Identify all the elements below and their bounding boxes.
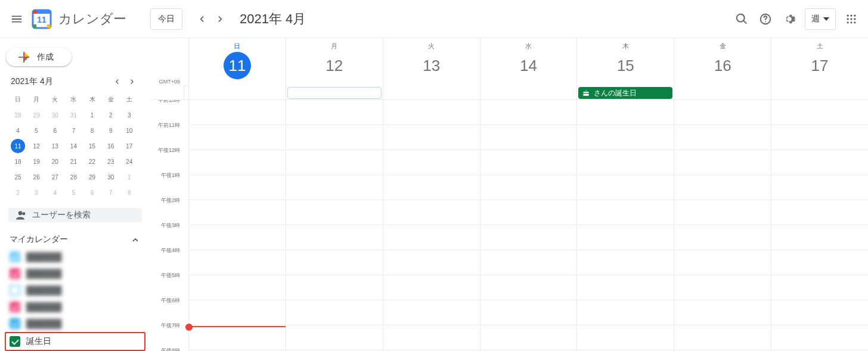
day-column[interactable] <box>674 100 771 351</box>
mini-day[interactable]: 22 <box>85 154 100 169</box>
allday-event[interactable]: さんの誕生日 <box>578 87 672 99</box>
allday-slot[interactable] <box>286 86 383 100</box>
mini-day[interactable]: 18 <box>11 154 25 169</box>
mini-day[interactable]: 26 <box>29 170 44 184</box>
mini-day[interactable]: 7 <box>66 123 80 138</box>
mini-day[interactable]: 8 <box>122 185 137 200</box>
calendar-checkbox[interactable] <box>10 268 20 279</box>
mini-day[interactable]: 5 <box>29 123 44 138</box>
mini-day[interactable]: 25 <box>11 170 25 184</box>
mini-day[interactable]: 7 <box>104 185 118 200</box>
mini-day[interactable]: 4 <box>48 185 62 200</box>
mini-day[interactable]: 15 <box>85 139 100 153</box>
day-column[interactable] <box>383 100 480 351</box>
mini-day[interactable]: 1 <box>85 108 100 122</box>
calendar-checkbox[interactable] <box>10 318 20 329</box>
calendar-item[interactable]: ██████ <box>6 282 144 299</box>
mini-next-month-button[interactable] <box>125 74 140 89</box>
mini-day[interactable]: 12 <box>29 139 44 153</box>
mini-day[interactable]: 11 <box>11 139 25 153</box>
allday-event[interactable] <box>287 87 382 99</box>
create-button-label: 作成 <box>37 52 54 63</box>
allday-slot[interactable] <box>188 86 286 100</box>
svg-rect-2 <box>47 24 51 28</box>
allday-slot[interactable] <box>674 86 771 100</box>
mini-day[interactable]: 31 <box>66 108 80 122</box>
mini-day[interactable]: 3 <box>29 185 44 200</box>
mini-day[interactable]: 8 <box>85 123 100 138</box>
day-column[interactable] <box>188 100 286 351</box>
mini-day[interactable]: 3 <box>122 108 137 122</box>
google-apps-button[interactable] <box>839 7 863 31</box>
mini-day[interactable]: 21 <box>66 154 80 169</box>
search-button[interactable] <box>730 7 754 31</box>
settings-button[interactable] <box>777 7 801 31</box>
day-number[interactable]: 15 <box>612 52 639 79</box>
mini-day[interactable]: 30 <box>104 170 118 184</box>
hour-label: 午後4時 <box>150 247 184 272</box>
mini-day[interactable]: 4 <box>11 123 25 138</box>
mini-day[interactable]: 1 <box>122 170 137 184</box>
mini-day[interactable]: 6 <box>48 123 62 138</box>
allday-slot[interactable]: さんの誕生日 <box>576 86 674 100</box>
mini-day[interactable]: 27 <box>48 170 62 184</box>
hour-label: 午前10時 <box>150 100 184 122</box>
allday-slot[interactable] <box>383 86 480 100</box>
day-column[interactable] <box>771 100 868 351</box>
prev-week-button[interactable] <box>192 10 211 29</box>
svg-point-13 <box>854 18 855 20</box>
day-number[interactable]: 17 <box>806 52 833 79</box>
day-of-week-label: 金 <box>720 42 726 51</box>
mini-day[interactable]: 16 <box>104 139 118 153</box>
mini-day[interactable]: 6 <box>85 185 100 200</box>
calendar-item[interactable]: ██████ <box>6 249 144 265</box>
search-people-input[interactable]: ユーザーを検索 <box>8 208 142 222</box>
mini-day[interactable]: 19 <box>29 154 44 169</box>
hour-label: 午前11時 <box>150 122 184 147</box>
day-column[interactable] <box>480 100 577 351</box>
calendar-item[interactable]: ██████ <box>6 265 144 282</box>
day-column[interactable] <box>286 100 383 351</box>
mini-day[interactable]: 29 <box>29 108 44 122</box>
mini-day[interactable]: 28 <box>11 108 25 122</box>
day-number[interactable]: 11 <box>224 52 251 79</box>
calendar-item[interactable]: ██████ <box>6 315 144 332</box>
day-number[interactable]: 12 <box>321 52 348 79</box>
my-calendars-toggle[interactable]: マイカレンダー <box>10 234 141 245</box>
mini-day[interactable]: 9 <box>104 123 118 138</box>
mini-dow: 日 <box>11 92 25 107</box>
view-switcher-button[interactable]: 週 <box>805 8 836 30</box>
calendar-checkbox[interactable] <box>10 285 20 296</box>
calendar-item[interactable]: ██████ <box>6 299 144 315</box>
mini-day[interactable]: 13 <box>48 139 62 153</box>
allday-slot[interactable] <box>771 86 868 100</box>
day-number[interactable]: 13 <box>418 52 445 79</box>
mini-day[interactable]: 23 <box>104 154 118 169</box>
day-number[interactable]: 14 <box>515 52 542 79</box>
mini-day[interactable]: 30 <box>48 108 62 122</box>
day-number[interactable]: 16 <box>709 52 736 79</box>
mini-day[interactable]: 2 <box>11 185 25 200</box>
today-button[interactable]: 今日 <box>150 8 182 30</box>
allday-slot[interactable] <box>480 86 577 100</box>
day-column[interactable] <box>576 100 674 351</box>
mini-day[interactable]: 14 <box>66 139 80 153</box>
mini-day[interactable]: 29 <box>85 170 100 184</box>
mini-day[interactable]: 20 <box>48 154 62 169</box>
mini-day[interactable]: 10 <box>122 123 137 138</box>
calendar-checkbox[interactable] <box>10 251 20 262</box>
calendar-checkbox[interactable] <box>10 302 20 312</box>
mini-day[interactable]: 28 <box>66 170 80 184</box>
help-button[interactable] <box>754 7 777 31</box>
mini-day[interactable]: 2 <box>104 108 118 122</box>
calendar-checkbox[interactable] <box>10 336 20 347</box>
day-header: 日11 <box>188 38 286 86</box>
create-button[interactable]: 作成 <box>6 48 72 66</box>
mini-day[interactable]: 24 <box>122 154 137 169</box>
mini-prev-month-button[interactable] <box>110 74 124 89</box>
mini-day[interactable]: 17 <box>122 139 137 153</box>
mini-day[interactable]: 5 <box>66 185 80 200</box>
calendar-item-birthdays[interactable]: 誕生日 <box>6 333 144 350</box>
next-week-button[interactable] <box>211 10 230 29</box>
menu-button[interactable] <box>5 7 29 31</box>
